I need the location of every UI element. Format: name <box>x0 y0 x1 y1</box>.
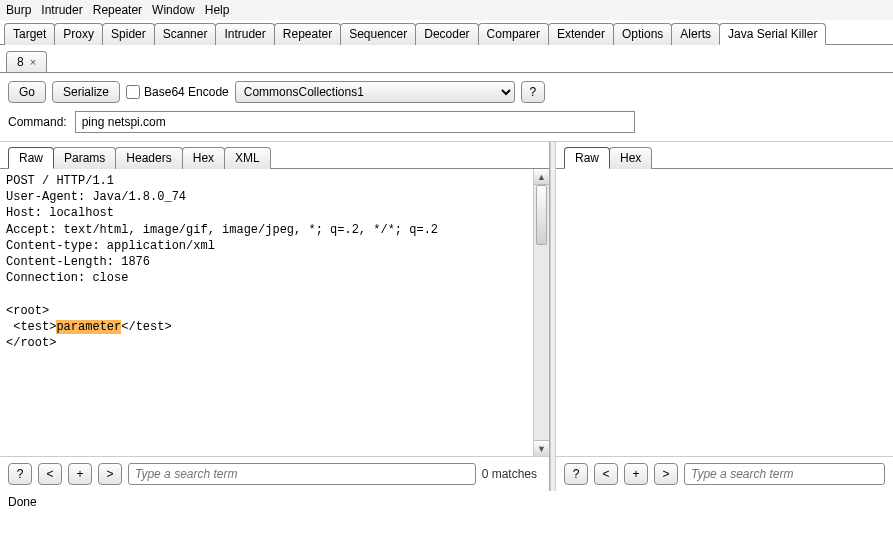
tab-extender[interactable]: Extender <box>548 23 614 45</box>
request-search-row: ? < + > 0 matches <box>0 456 549 491</box>
menubar[interactable]: BurpIntruderRepeaterWindowHelp <box>0 0 893 20</box>
serialize-button[interactable]: Serialize <box>52 81 120 103</box>
request-editor[interactable]: POST / HTTP/1.1 User-Agent: Java/1.8.0_7… <box>0 169 533 456</box>
menu-window[interactable]: Window <box>152 3 195 17</box>
main-tabs: TargetProxySpiderScannerIntruderRepeater… <box>0 20 893 45</box>
response-tab-hex[interactable]: Hex <box>609 147 652 169</box>
tab-sequencer[interactable]: Sequencer <box>340 23 416 45</box>
search-prev-button[interactable]: < <box>38 463 62 485</box>
search-next-button-r[interactable]: > <box>654 463 678 485</box>
tab-options[interactable]: Options <box>613 23 672 45</box>
response-search-row: ? < + > <box>556 456 893 491</box>
scrollbar[interactable]: ▲ ▼ <box>533 169 549 456</box>
tab-decoder[interactable]: Decoder <box>415 23 478 45</box>
sub-tabs: 8 × <box>0 45 893 72</box>
selected-text: parameter <box>56 320 121 334</box>
toolbar: Go Serialize Base64 Encode CommonsCollec… <box>0 73 893 107</box>
search-next-button[interactable]: > <box>98 463 122 485</box>
sub-tab-8[interactable]: 8 × <box>6 51 47 72</box>
close-icon[interactable]: × <box>30 56 36 68</box>
command-input[interactable] <box>75 111 635 133</box>
menu-intruder[interactable]: Intruder <box>41 3 82 17</box>
help-button[interactable]: ? <box>521 81 545 103</box>
base64-label: Base64 Encode <box>144 85 229 99</box>
response-tab-raw[interactable]: Raw <box>564 147 610 169</box>
response-editor[interactable] <box>556 169 893 456</box>
request-search-input[interactable] <box>128 463 476 485</box>
split-pane: RawParamsHeadersHexXML POST / HTTP/1.1 U… <box>0 141 893 491</box>
payload-select[interactable]: CommonsCollections1 <box>235 81 515 103</box>
request-tab-headers[interactable]: Headers <box>115 147 182 169</box>
scroll-up-icon[interactable]: ▲ <box>534 169 549 185</box>
tab-proxy[interactable]: Proxy <box>54 23 103 45</box>
scroll-down-icon[interactable]: ▼ <box>534 440 549 456</box>
request-tab-raw[interactable]: Raw <box>8 147 54 169</box>
tab-repeater[interactable]: Repeater <box>274 23 341 45</box>
request-tab-params[interactable]: Params <box>53 147 116 169</box>
tab-alerts[interactable]: Alerts <box>671 23 720 45</box>
tab-java-serial-killer[interactable]: Java Serial Killer <box>719 23 826 45</box>
base64-checkbox-input[interactable] <box>126 85 140 99</box>
menu-burp[interactable]: Burp <box>6 3 31 17</box>
go-button[interactable]: Go <box>8 81 46 103</box>
request-tab-hex[interactable]: Hex <box>182 147 225 169</box>
menu-help[interactable]: Help <box>205 3 230 17</box>
request-pane: RawParamsHeadersHexXML POST / HTTP/1.1 U… <box>0 142 550 491</box>
tab-comparer[interactable]: Comparer <box>478 23 549 45</box>
request-tabs: RawParamsHeadersHexXML <box>0 142 549 169</box>
tab-target[interactable]: Target <box>4 23 55 45</box>
tab-intruder[interactable]: Intruder <box>215 23 274 45</box>
menu-repeater[interactable]: Repeater <box>93 3 142 17</box>
tab-spider[interactable]: Spider <box>102 23 155 45</box>
status-bar: Done <box>0 491 893 513</box>
response-search-input[interactable] <box>684 463 885 485</box>
tab-scanner[interactable]: Scanner <box>154 23 217 45</box>
base64-encode-checkbox[interactable]: Base64 Encode <box>126 85 229 99</box>
command-label: Command: <box>8 115 67 129</box>
matches-label: 0 matches <box>482 467 541 481</box>
response-pane: RawHex ? < + > <box>556 142 893 491</box>
command-row: Command: <box>0 107 893 141</box>
request-tab-xml[interactable]: XML <box>224 147 271 169</box>
search-add-button[interactable]: + <box>68 463 92 485</box>
search-prev-button-r[interactable]: < <box>594 463 618 485</box>
search-add-button-r[interactable]: + <box>624 463 648 485</box>
response-tabs: RawHex <box>556 142 893 169</box>
search-help-button[interactable]: ? <box>8 463 32 485</box>
scroll-thumb[interactable] <box>536 185 547 245</box>
search-help-button-r[interactable]: ? <box>564 463 588 485</box>
sub-tab-label: 8 <box>17 55 24 69</box>
